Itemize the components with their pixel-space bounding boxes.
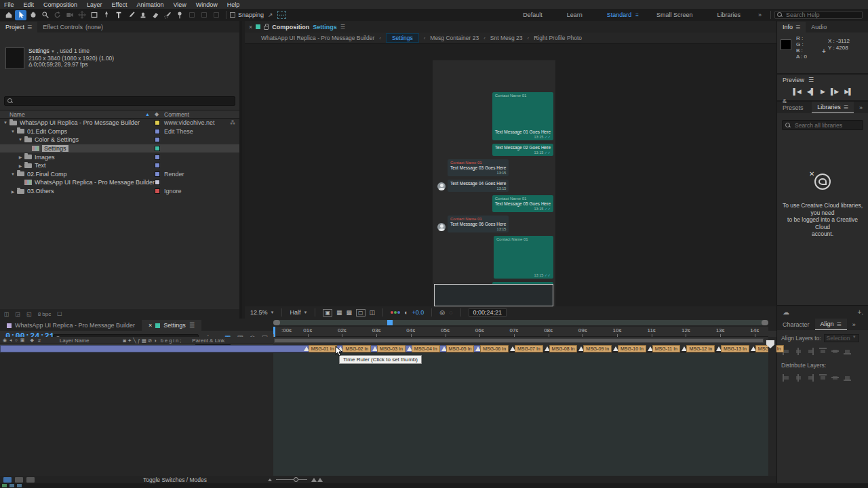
dependencies-icon[interactable]: ⁂: [230, 120, 235, 126]
project-bit-depth[interactable]: 8 bpc: [38, 311, 52, 317]
guides-icon[interactable]: ◫: [370, 309, 376, 316]
mask-tool[interactable]: [88, 10, 100, 20]
breadcrumb-item[interactable]: Snt Mesg 23: [490, 35, 523, 41]
new-folder-icon[interactable]: ◲: [16, 311, 21, 317]
distribute-button-5[interactable]: [831, 374, 839, 382]
panel-overflow-icon[interactable]: »: [854, 102, 868, 113]
label-chip[interactable]: [155, 129, 160, 134]
expand-in-out-icon[interactable]: [26, 477, 35, 483]
menu-layer[interactable]: Layer: [87, 1, 102, 8]
zoom-out-icon[interactable]: [268, 479, 272, 481]
layer-marker[interactable]: MSG-03 In: [372, 346, 406, 352]
zoom-slider-knob[interactable]: [294, 477, 298, 482]
previous-frame-button[interactable]: ◀▌: [807, 88, 814, 95]
breadcrumb-item[interactable]: Settings: [386, 33, 419, 43]
layer-marker[interactable]: MSG-02 In: [338, 346, 371, 352]
tab-effects-presets[interactable]: & Presets: [777, 96, 812, 113]
help-search-input[interactable]: [774, 11, 863, 19]
pan-behind-tool[interactable]: [76, 10, 87, 20]
twirl-icon[interactable]: ▼: [3, 121, 8, 125]
zoom-in-icon[interactable]: [311, 478, 323, 482]
align-button-6[interactable]: [844, 348, 851, 355]
last-frame-button[interactable]: ▶▌: [844, 88, 852, 95]
menu-help[interactable]: Help: [227, 1, 240, 8]
menu-window[interactable]: Window: [196, 1, 218, 8]
snap-node-icon[interactable]: ↗: [268, 12, 273, 18]
time-ruler[interactable]: :00s01s02s03s04s05s06s07s08s09s10s11s12s…: [273, 327, 768, 337]
mask-visibility-icon[interactable]: ▩: [347, 309, 353, 316]
layer-marker[interactable]: MSG-10 In: [613, 346, 646, 352]
next-frame-button[interactable]: ▌▶: [831, 88, 838, 95]
parent-link-column[interactable]: Parent & Link: [192, 338, 224, 344]
eye-icon[interactable]: ◉: [3, 338, 7, 343]
workspace-default[interactable]: Default: [511, 12, 555, 18]
time-navigator[interactable]: [273, 320, 768, 325]
distribute-button-3[interactable]: [807, 374, 814, 382]
tab-character[interactable]: Character: [777, 319, 815, 330]
navigator-end-handle[interactable]: [762, 320, 768, 325]
timeline-tab[interactable]: ×Settings☰: [142, 320, 201, 331]
layer-marker[interactable]: MSG-08 In: [545, 346, 578, 352]
toggle-switches-modes-button[interactable]: Toggle Switches / Modes: [143, 476, 207, 483]
status-icon-1[interactable]: [2, 484, 7, 487]
breadcrumb-item[interactable]: Right Profile Photo: [534, 35, 582, 41]
expand-transfer-controls-icon[interactable]: [15, 477, 23, 483]
hand-tool[interactable]: [27, 10, 39, 20]
timeline-tab[interactable]: WhatsApp UI Replica - Pro Message Builde…: [0, 320, 142, 331]
label-chip[interactable]: [155, 137, 160, 142]
twirl-icon[interactable]: ▼: [10, 172, 16, 176]
tab-audio[interactable]: Audio: [806, 22, 832, 33]
choose-grid-icon[interactable]: ▣: [323, 309, 332, 317]
tab-libraries[interactable]: Libraries ☰: [812, 102, 854, 113]
twirl-icon[interactable]: ▶: [18, 155, 23, 159]
distribute-button-4[interactable]: [819, 374, 827, 382]
eraser-tool[interactable]: [149, 10, 161, 20]
tree-row[interactable]: ▼WhatsApp UI Replica - Pro Message Build…: [0, 119, 239, 127]
libraries-search-input[interactable]: [782, 120, 863, 130]
layer-marker[interactable]: MSG-11 In: [648, 346, 680, 352]
layer-marker[interactable]: MSG-12 In: [682, 346, 715, 352]
label-chip[interactable]: [155, 146, 160, 151]
composition-tab-title[interactable]: Composition: [272, 24, 309, 30]
tree-row[interactable]: WhatsApp UI Replica - Pro Message Builde…: [0, 178, 239, 187]
exposure-value[interactable]: +0.0: [412, 309, 425, 316]
panel-menu-icon[interactable]: ☰: [795, 24, 800, 30]
cloud-sync-icon[interactable]: ☁: [783, 308, 789, 316]
menu-file[interactable]: File: [4, 1, 14, 8]
tree-row[interactable]: Settings: [0, 144, 239, 153]
show-snapshot-icon[interactable]: ◌: [449, 309, 452, 316]
workspace-libraries[interactable]: Libraries: [705, 12, 753, 18]
add-library-button[interactable]: +.: [857, 308, 863, 316]
channel-icon[interactable]: [391, 311, 400, 314]
brush-tool[interactable]: [125, 10, 136, 20]
breadcrumb-item[interactable]: WhatsApp UI Replica - Pro Message Builde…: [261, 35, 374, 41]
exposure-icon[interactable]: ◐: [404, 309, 408, 316]
twirl-icon[interactable]: ▶: [10, 189, 16, 194]
delete-icon[interactable]: ☐: [57, 311, 62, 317]
pen-tool[interactable]: [100, 10, 112, 20]
distribute-button-2[interactable]: [795, 374, 802, 382]
roto-brush-tool[interactable]: [161, 10, 173, 20]
workspace-small-screen[interactable]: Small Screen: [644, 12, 705, 18]
navigator-cti[interactable]: [387, 320, 393, 325]
tree-row[interactable]: ▶Images: [0, 152, 239, 161]
breadcrumb-item[interactable]: Mesg Container 23: [430, 35, 479, 41]
twirl-icon[interactable]: ▼: [10, 129, 16, 134]
new-composition-icon[interactable]: ◱: [26, 311, 32, 317]
close-icon[interactable]: ×: [249, 24, 252, 30]
tree-row[interactable]: ▼02.Final CompRender: [0, 170, 239, 179]
align-button-5[interactable]: [831, 348, 839, 355]
label-chip[interactable]: [155, 163, 160, 168]
align-button-3[interactable]: [807, 348, 814, 355]
label-column-icon[interactable]: ◆: [155, 111, 159, 117]
home-tool[interactable]: [3, 10, 14, 20]
tab-align[interactable]: Align ☰: [815, 319, 847, 330]
panel-menu-icon[interactable]: ☰: [837, 321, 842, 327]
viewer-timecode[interactable]: 0;00;24;21: [469, 308, 507, 317]
layer-marker[interactable]: MSG-14 In: [751, 346, 784, 352]
align-to-dropdown[interactable]: Selection▼: [824, 334, 859, 342]
menu-effect[interactable]: Effect: [112, 1, 127, 8]
solo-icon[interactable]: ○: [15, 338, 18, 343]
work-area-bar[interactable]: [274, 338, 764, 343]
snap-bounds-icon[interactable]: ⋯: [277, 11, 286, 19]
